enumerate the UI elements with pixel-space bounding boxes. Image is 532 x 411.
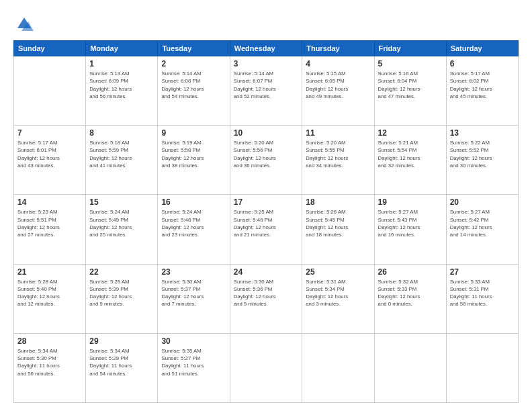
cell-day-number: 27 bbox=[450, 267, 515, 277]
calendar-cell: 23Sunrise: 5:30 AM Sunset: 5:37 PM Dayli… bbox=[158, 264, 230, 333]
calendar-cell: 12Sunrise: 5:21 AM Sunset: 5:54 PM Dayli… bbox=[374, 126, 446, 195]
calendar-cell: 5Sunrise: 5:16 AM Sunset: 6:04 PM Daylig… bbox=[374, 56, 446, 126]
calendar-cell: 7Sunrise: 5:17 AM Sunset: 6:01 PM Daylig… bbox=[14, 126, 86, 195]
cell-day-number: 11 bbox=[306, 128, 370, 138]
calendar-cell: 6Sunrise: 5:17 AM Sunset: 6:02 PM Daylig… bbox=[446, 56, 518, 126]
weekday-header-tuesday: Tuesday bbox=[158, 41, 230, 56]
calendar-cell: 15Sunrise: 5:24 AM Sunset: 5:49 PM Dayli… bbox=[86, 195, 158, 264]
cell-info: Sunrise: 5:31 AM Sunset: 5:34 PM Dayligh… bbox=[306, 278, 370, 308]
week-row: 7Sunrise: 5:17 AM Sunset: 6:01 PM Daylig… bbox=[14, 126, 519, 195]
calendar-table: SundayMondayTuesdayWednesdayThursdayFrid… bbox=[13, 40, 519, 403]
cell-day-number: 7 bbox=[17, 128, 82, 138]
cell-day-number: 21 bbox=[17, 267, 82, 277]
calendar-cell: 28Sunrise: 5:34 AM Sunset: 5:30 PM Dayli… bbox=[14, 333, 86, 402]
cell-day-number: 1 bbox=[89, 59, 154, 68]
cell-info: Sunrise: 5:32 AM Sunset: 5:33 PM Dayligh… bbox=[378, 278, 443, 308]
calendar-cell: 29Sunrise: 5:34 AM Sunset: 5:29 PM Dayli… bbox=[86, 333, 158, 402]
cell-info: Sunrise: 5:34 AM Sunset: 5:29 PM Dayligh… bbox=[89, 347, 154, 377]
calendar-cell: 4Sunrise: 5:15 AM Sunset: 6:05 PM Daylig… bbox=[302, 56, 374, 126]
cell-day-number: 12 bbox=[378, 128, 443, 138]
calendar-cell: 27Sunrise: 5:33 AM Sunset: 5:31 PM Dayli… bbox=[446, 264, 518, 333]
cell-info: Sunrise: 5:27 AM Sunset: 5:43 PM Dayligh… bbox=[378, 208, 443, 238]
calendar-cell: 18Sunrise: 5:26 AM Sunset: 5:45 PM Dayli… bbox=[302, 195, 374, 264]
calendar-cell: 8Sunrise: 5:18 AM Sunset: 5:59 PM Daylig… bbox=[86, 126, 158, 195]
cell-day-number: 29 bbox=[89, 336, 154, 346]
cell-info: Sunrise: 5:17 AM Sunset: 6:01 PM Dayligh… bbox=[17, 139, 82, 169]
calendar-cell: 11Sunrise: 5:20 AM Sunset: 5:55 PM Dayli… bbox=[302, 126, 374, 195]
calendar-cell: 17Sunrise: 5:25 AM Sunset: 5:46 PM Dayli… bbox=[230, 195, 302, 264]
calendar-cell: 25Sunrise: 5:31 AM Sunset: 5:34 PM Dayli… bbox=[302, 264, 374, 333]
header bbox=[13, 12, 519, 34]
calendar-cell: 19Sunrise: 5:27 AM Sunset: 5:43 PM Dayli… bbox=[374, 195, 446, 264]
cell-info: Sunrise: 5:13 AM Sunset: 6:09 PM Dayligh… bbox=[89, 70, 154, 100]
cell-day-number: 18 bbox=[306, 197, 370, 207]
cell-info: Sunrise: 5:26 AM Sunset: 5:45 PM Dayligh… bbox=[306, 208, 370, 238]
cell-info: Sunrise: 5:33 AM Sunset: 5:31 PM Dayligh… bbox=[450, 278, 515, 308]
calendar-cell: 22Sunrise: 5:29 AM Sunset: 5:39 PM Dayli… bbox=[86, 264, 158, 333]
logo bbox=[13, 15, 34, 34]
cell-day-number: 30 bbox=[161, 336, 226, 346]
calendar-cell: 30Sunrise: 5:35 AM Sunset: 5:27 PM Dayli… bbox=[158, 333, 230, 402]
cell-info: Sunrise: 5:20 AM Sunset: 5:56 PM Dayligh… bbox=[234, 139, 299, 169]
calendar-cell: 26Sunrise: 5:32 AM Sunset: 5:33 PM Dayli… bbox=[374, 264, 446, 333]
calendar-cell: 16Sunrise: 5:24 AM Sunset: 5:48 PM Dayli… bbox=[158, 195, 230, 264]
cell-info: Sunrise: 5:29 AM Sunset: 5:39 PM Dayligh… bbox=[89, 278, 154, 308]
week-row: 14Sunrise: 5:23 AM Sunset: 5:51 PM Dayli… bbox=[14, 195, 519, 264]
cell-info: Sunrise: 5:14 AM Sunset: 6:07 PM Dayligh… bbox=[234, 70, 299, 100]
cell-info: Sunrise: 5:21 AM Sunset: 5:54 PM Dayligh… bbox=[378, 139, 443, 169]
cell-day-number: 16 bbox=[161, 197, 226, 207]
cell-day-number: 5 bbox=[378, 59, 443, 68]
cell-day-number: 26 bbox=[378, 267, 443, 277]
cell-info: Sunrise: 5:24 AM Sunset: 5:49 PM Dayligh… bbox=[89, 208, 154, 238]
weekday-header-wednesday: Wednesday bbox=[230, 41, 302, 56]
calendar-cell: 9Sunrise: 5:19 AM Sunset: 5:58 PM Daylig… bbox=[158, 126, 230, 195]
cell-day-number: 13 bbox=[450, 128, 515, 138]
cell-day-number: 10 bbox=[234, 128, 299, 138]
cell-day-number: 8 bbox=[89, 128, 154, 138]
weekday-header-thursday: Thursday bbox=[302, 41, 374, 56]
calendar-cell: 2Sunrise: 5:14 AM Sunset: 6:08 PM Daylig… bbox=[158, 56, 230, 126]
cell-day-number: 2 bbox=[161, 59, 226, 68]
cell-info: Sunrise: 5:15 AM Sunset: 6:05 PM Dayligh… bbox=[306, 70, 370, 100]
week-row: 28Sunrise: 5:34 AM Sunset: 5:30 PM Dayli… bbox=[14, 333, 519, 402]
cell-day-number: 19 bbox=[378, 197, 443, 207]
cell-info: Sunrise: 5:34 AM Sunset: 5:30 PM Dayligh… bbox=[17, 347, 82, 377]
cell-info: Sunrise: 5:24 AM Sunset: 5:48 PM Dayligh… bbox=[161, 208, 226, 238]
cell-info: Sunrise: 5:35 AM Sunset: 5:27 PM Dayligh… bbox=[161, 347, 226, 377]
calendar-cell: 3Sunrise: 5:14 AM Sunset: 6:07 PM Daylig… bbox=[230, 56, 302, 126]
calendar-cell bbox=[302, 333, 374, 402]
page: SundayMondayTuesdayWednesdayThursdayFrid… bbox=[0, 0, 532, 411]
cell-info: Sunrise: 5:20 AM Sunset: 5:55 PM Dayligh… bbox=[306, 139, 370, 169]
cell-info: Sunrise: 5:27 AM Sunset: 5:42 PM Dayligh… bbox=[450, 208, 515, 238]
cell-info: Sunrise: 5:14 AM Sunset: 6:08 PM Dayligh… bbox=[161, 70, 226, 100]
weekday-header-monday: Monday bbox=[86, 41, 158, 56]
cell-day-number: 22 bbox=[89, 267, 154, 277]
cell-day-number: 20 bbox=[450, 197, 515, 207]
cell-day-number: 4 bbox=[306, 59, 370, 68]
calendar-cell: 14Sunrise: 5:23 AM Sunset: 5:51 PM Dayli… bbox=[14, 195, 86, 264]
calendar-cell: 20Sunrise: 5:27 AM Sunset: 5:42 PM Dayli… bbox=[446, 195, 518, 264]
weekday-header-saturday: Saturday bbox=[446, 41, 518, 56]
cell-day-number: 6 bbox=[450, 59, 515, 68]
weekday-header-sunday: Sunday bbox=[14, 41, 86, 56]
cell-day-number: 23 bbox=[161, 267, 226, 277]
calendar-cell bbox=[14, 56, 86, 126]
cell-day-number: 25 bbox=[306, 267, 370, 277]
cell-info: Sunrise: 5:16 AM Sunset: 6:04 PM Dayligh… bbox=[378, 70, 443, 100]
week-row: 1Sunrise: 5:13 AM Sunset: 6:09 PM Daylig… bbox=[14, 56, 519, 126]
weekday-header-friday: Friday bbox=[374, 41, 446, 56]
cell-day-number: 9 bbox=[161, 128, 226, 138]
cell-day-number: 24 bbox=[234, 267, 299, 277]
calendar-cell bbox=[230, 333, 302, 402]
calendar-cell bbox=[446, 333, 518, 402]
cell-info: Sunrise: 5:17 AM Sunset: 6:02 PM Dayligh… bbox=[450, 70, 515, 100]
weekday-header-row: SundayMondayTuesdayWednesdayThursdayFrid… bbox=[14, 41, 519, 56]
cell-day-number: 17 bbox=[234, 197, 299, 207]
cell-day-number: 3 bbox=[234, 59, 299, 68]
cell-info: Sunrise: 5:18 AM Sunset: 5:59 PM Dayligh… bbox=[89, 139, 154, 169]
logo-icon bbox=[15, 15, 34, 34]
cell-day-number: 28 bbox=[17, 336, 82, 346]
cell-info: Sunrise: 5:28 AM Sunset: 5:40 PM Dayligh… bbox=[17, 278, 82, 308]
cell-day-number: 15 bbox=[89, 197, 154, 207]
cell-info: Sunrise: 5:19 AM Sunset: 5:58 PM Dayligh… bbox=[161, 139, 226, 169]
